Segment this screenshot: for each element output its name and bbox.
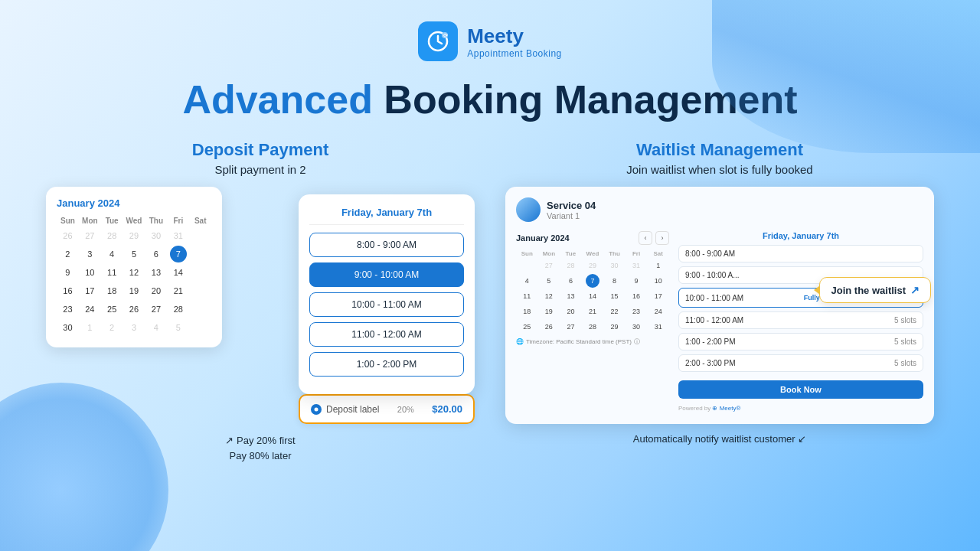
calendar-card: January 2024 Sun Mon Tue Wed Thu Fri Sat… [46, 187, 222, 347]
cal-prev-btn[interactable]: ‹ [639, 231, 652, 245]
logo-title: Meety [467, 24, 562, 48]
slot-btn-1[interactable]: 8:00 - 9:00 AM [309, 233, 464, 257]
widget-slot-1: 8:00 - 9:00 AM [678, 245, 923, 262]
deposit-radio[interactable] [311, 404, 322, 415]
svg-text:⟳: ⟳ [443, 33, 449, 38]
booking-widget: Service 04 Variant 1 January 2024 ‹ › [505, 187, 934, 424]
deposit-box: Deposit label 20% $20.00 [299, 394, 475, 424]
timezone-label: Timezone: Pacific Standard time (PST) [526, 338, 632, 345]
cal-header-wed: Wed [122, 215, 145, 227]
widget-calendar: January 2024 ‹ › SunMonTueWedThuFriSat [516, 231, 669, 412]
widget-cal-month: January 2024 [516, 233, 570, 243]
slot-btn-3[interactable]: 10:00 - 11:00 AM [309, 292, 464, 317]
pay-note: ↗ Pay 20% first Pay 80% later [225, 433, 295, 463]
timeslot-header: Friday, January 7th [309, 207, 464, 225]
deposit-subtitle: Split payment in 2 [214, 163, 305, 176]
cal-next-btn[interactable]: › [655, 231, 669, 245]
cal-header-thu: Thu [145, 215, 168, 227]
slot-btn-4[interactable]: 11:00 - 12:00 AM [309, 322, 464, 347]
widget-slots-panel: Friday, January 7th 8:00 - 9:00 AM 9:00 … [678, 231, 923, 412]
widget-slot-6: 2:00 - 3:00 PM 5 slots [678, 354, 923, 372]
cal-header-sat: Sat [189, 215, 211, 227]
widget-footer: Powered by ⊕ Meety® [678, 405, 923, 412]
auto-notify-note: Automatically notify waitlist customer ↙ [633, 433, 806, 445]
logo-icon: ⟳ [418, 21, 458, 61]
timeslot-card: Friday, January 7th 8:00 - 9:00 AM 9:00 … [299, 194, 475, 394]
deposit-preview: January 2024 Sun Mon Tue Wed Thu Fri Sat… [46, 187, 475, 424]
cal-header-tue: Tue [101, 215, 123, 227]
widget-slot-5: 1:00 - 2:00 PM 5 slots [678, 333, 923, 350]
waitlist-title: Waitlist Management [636, 140, 803, 160]
widget-date-header: Friday, January 7th [678, 231, 923, 240]
service-name: Service 04 [547, 200, 596, 211]
service-avatar [516, 197, 541, 222]
waitlist-tooltip-label: Join the waitlist [831, 285, 906, 296]
decorative-blob-right [712, 0, 980, 153]
book-now-button[interactable]: Book Now [678, 380, 923, 399]
cal-header-fri: Fri [167, 215, 189, 227]
external-link-icon: ↗ [910, 284, 920, 296]
deposit-percent: 20% [397, 405, 414, 414]
waitlist-tooltip[interactable]: Join the waitlist ↗ [819, 277, 931, 303]
content-columns: Deposit Payment Split payment in 2 Janua… [0, 140, 980, 463]
deposit-column: Deposit Payment Split payment in 2 Janua… [46, 140, 475, 463]
timezone-row: 🌐 Timezone: Pacific Standard time (PST) … [516, 337, 669, 346]
service-variant: Variant 1 [547, 211, 596, 220]
deposit-amount: $20.00 [432, 403, 462, 415]
calendar-table: Sun Mon Tue Wed Thu Fri Sat 26 27 28 29 … [57, 215, 211, 337]
widget-cal-table: SunMonTueWedThuFriSat 27 28 29 30 31 1 [516, 249, 669, 334]
logo-text: Meety Appointment Booking [467, 24, 562, 59]
title-highlight: Advanced [182, 77, 373, 122]
widget-slot-4: 11:00 - 12:00 AM 5 slots [678, 311, 923, 329]
waitlist-subtitle: Join waitlist when slot is fully booked [626, 163, 812, 176]
cal-header-mon: Mon [79, 215, 101, 227]
widget-header: Service 04 Variant 1 [516, 197, 923, 222]
waitlist-column: Waitlist Management Join waitlist when s… [505, 140, 934, 463]
deposit-label: Deposit label [326, 404, 379, 415]
widget-body: January 2024 ‹ › SunMonTueWedThuFriSat [516, 231, 923, 412]
logo-subtitle: Appointment Booking [467, 48, 562, 59]
slot-btn-2[interactable]: 9:00 - 10:00 AM [309, 262, 464, 287]
cal-header-sun: Sun [57, 215, 79, 227]
tz-info-icon: ⓘ [634, 337, 640, 346]
slot-btn-5[interactable]: 1:00 - 2:00 PM [309, 352, 464, 377]
deposit-title: Deposit Payment [192, 140, 329, 160]
service-info: Service 04 Variant 1 [547, 200, 596, 220]
powered-meety: ⊕ Meety® [712, 405, 740, 412]
waitlist-preview: Service 04 Variant 1 January 2024 ‹ › [505, 187, 934, 424]
calendar-month: January 2024 [57, 197, 211, 209]
